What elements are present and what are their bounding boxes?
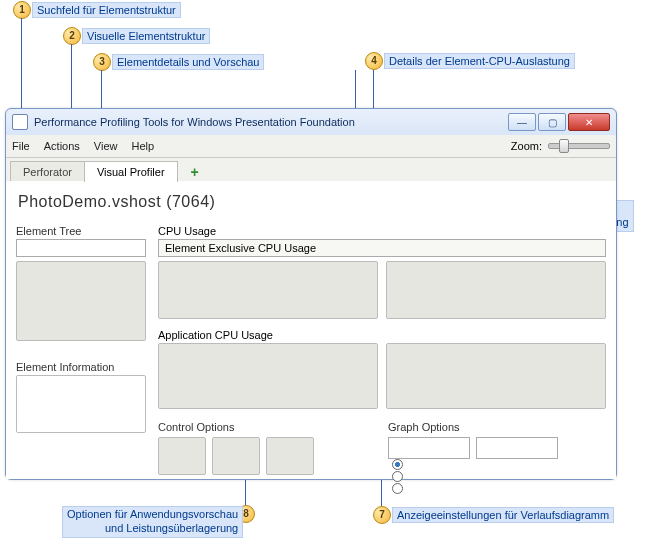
menu-help[interactable]: Help bbox=[131, 140, 154, 152]
element-cpu-detail-panel bbox=[386, 261, 606, 319]
tab-perforator[interactable]: Perforator bbox=[10, 161, 85, 182]
app-icon bbox=[12, 114, 28, 130]
minimize-button[interactable]: — bbox=[508, 113, 536, 131]
menubar: File Actions View Help Zoom: bbox=[6, 135, 616, 158]
element-tree-title: Element Tree bbox=[16, 225, 146, 237]
app-cpu-chart-panel bbox=[158, 343, 378, 409]
graph-mode-radios bbox=[392, 459, 606, 494]
menu-view[interactable]: View bbox=[94, 140, 118, 152]
callout-num-7: 7 bbox=[373, 506, 391, 524]
window-title: Performance Profiling Tools for Windows … bbox=[34, 116, 508, 128]
app-window: Performance Profiling Tools for Windows … bbox=[5, 108, 617, 480]
graph-radio-3[interactable] bbox=[392, 483, 403, 494]
zoom-thumb[interactable] bbox=[559, 139, 569, 153]
maximize-button[interactable]: ▢ bbox=[538, 113, 566, 131]
control-options-title: Control Options bbox=[158, 421, 358, 433]
zoom-label: Zoom: bbox=[511, 140, 542, 152]
callout-label-7: Anzeigeeinstellungen für Verlaufsdiagram… bbox=[392, 507, 614, 523]
process-name: PhotoDemo.vshost (7064) bbox=[18, 193, 606, 211]
element-tree-search-input[interactable] bbox=[16, 239, 146, 257]
callout-label-2: Visuelle Elementstruktur bbox=[82, 28, 210, 44]
callout-num-4: 4 bbox=[365, 52, 383, 70]
menu-file[interactable]: File bbox=[12, 140, 30, 152]
content-area: PhotoDemo.vshost (7064) Element Tree Ele… bbox=[6, 181, 616, 479]
tab-visual-profiler[interactable]: Visual Profiler bbox=[84, 161, 178, 182]
close-button[interactable]: ✕ bbox=[568, 113, 610, 131]
callout-label-3: Elementdetails und Vorschau bbox=[112, 54, 264, 70]
element-info-title: Element Information bbox=[16, 361, 146, 373]
graph-zoom-box-1[interactable] bbox=[388, 437, 470, 459]
graph-zoom-box-2[interactable] bbox=[476, 437, 558, 459]
control-option-3[interactable] bbox=[266, 437, 314, 475]
app-cpu-detail-panel bbox=[386, 343, 606, 409]
callout-label-1: Suchfeld für Elementstruktur bbox=[32, 2, 181, 18]
callout-num-3: 3 bbox=[93, 53, 111, 71]
app-cpu-title: Application CPU Usage bbox=[158, 329, 606, 341]
control-option-1[interactable] bbox=[158, 437, 206, 475]
callout-label-4: Details der Element-CPU-Auslastung bbox=[384, 53, 575, 69]
element-cpu-chart-panel bbox=[158, 261, 378, 319]
exclusive-cpu-header: Element Exclusive CPU Usage bbox=[158, 239, 606, 257]
zoom-control: Zoom: bbox=[511, 140, 610, 152]
zoom-slider[interactable] bbox=[548, 143, 610, 149]
element-tree-panel[interactable] bbox=[16, 261, 146, 341]
graph-radio-1[interactable] bbox=[392, 459, 403, 470]
tab-strip: Perforator Visual Profiler + bbox=[6, 158, 616, 183]
graph-options-title: Graph Options bbox=[388, 421, 606, 433]
callout-label-8: Optionen für Anwendungsvorschau und Leis… bbox=[62, 506, 243, 538]
titlebar[interactable]: Performance Profiling Tools for Windows … bbox=[6, 109, 616, 135]
menu-actions[interactable]: Actions bbox=[44, 140, 80, 152]
callout-num-1: 1 bbox=[13, 1, 31, 19]
cpu-usage-title: CPU Usage bbox=[158, 225, 606, 237]
callout-num-2: 2 bbox=[63, 27, 81, 45]
element-info-panel bbox=[16, 375, 146, 433]
control-option-2[interactable] bbox=[212, 437, 260, 475]
graph-radio-2[interactable] bbox=[392, 471, 403, 482]
tab-add-button[interactable]: + bbox=[185, 162, 205, 182]
